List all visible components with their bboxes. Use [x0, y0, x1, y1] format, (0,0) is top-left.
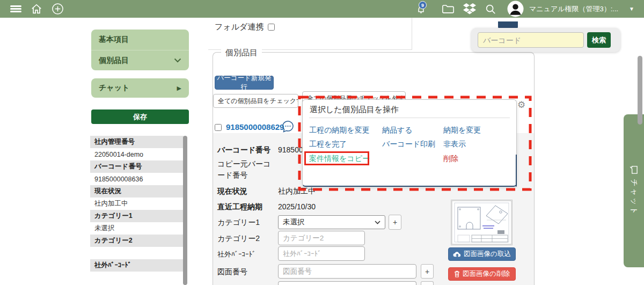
info-label: カテゴリー1 — [90, 210, 184, 222]
barcode-search-button[interactable]: 検索 — [587, 32, 611, 48]
delete-drawing-label: 図面画像の削除 — [463, 269, 510, 279]
popup-border-accent — [516, 155, 517, 187]
dropbox-icon[interactable] — [462, 0, 478, 18]
barcode-search-box: 検索 — [471, 28, 620, 52]
due-date-value: 2025/10/30 — [278, 202, 316, 211]
chat-side-tab-label: チャット — [629, 179, 639, 216]
sidebar-item-basic-label: 基本項目 — [99, 35, 129, 45]
popup-link-deliver[interactable]: 納品する — [382, 126, 413, 135]
folder-icon[interactable] — [440, 0, 456, 18]
info-value: 22050014-demo — [90, 148, 184, 160]
cloud-upload-icon — [453, 251, 461, 258]
external-barcode-input[interactable] — [278, 246, 365, 261]
app-window: 9 マニュアル権限（管理3）:... ▼ 基本項目 個別品目 チャット ▶ 保 — [0, 0, 644, 285]
avatar[interactable] — [506, 0, 524, 18]
sidebar-item-individual[interactable]: 個別品目 — [91, 50, 189, 70]
user-menu[interactable]: マニュアル権限（管理3）:... — [529, 0, 626, 18]
category2-label: カテゴリー2 — [217, 234, 260, 244]
info-label: 現在状況 — [90, 185, 184, 198]
popup-divider — [309, 118, 510, 118]
info-label: バーコード番号 — [90, 160, 184, 173]
delete-drawing-button[interactable]: 図面画像の削除 — [448, 267, 516, 281]
info-value: 未選択 — [90, 222, 184, 235]
item-actions-popup: 選択した個別品目を操作 工程の納期を変更 納品する 納期を変更 工程を完了 バー… — [302, 99, 517, 187]
category1-select[interactable]: 未選択 — [278, 215, 385, 229]
sidebar-item-individual-label: 個別品目 — [99, 56, 174, 65]
next-row-add-partial[interactable] — [421, 281, 434, 285]
category1-selected-value: 未選択 — [283, 217, 375, 227]
drawing-image-thumbnail[interactable] — [451, 200, 513, 245]
barcode-number-label: バーコード番号 — [217, 145, 270, 155]
hamburger-menu-icon[interactable] — [9, 0, 23, 18]
chat-side-tab[interactable]: チャット — [624, 114, 644, 267]
section-title: 個別品目 — [221, 48, 262, 58]
category1-add-button[interactable]: + — [389, 215, 401, 230]
home-icon[interactable] — [29, 0, 44, 18]
gear-icon[interactable]: ⚙ — [517, 99, 525, 111]
notification-count-badge: 9 — [419, 1, 427, 9]
category1-label: カテゴリー1 — [217, 218, 260, 228]
user-label: マニュアル権限（管理3）:... — [529, 4, 618, 14]
external-barcode-label: 社外ﾊﾞｰｺｰﾄﾞ — [217, 250, 256, 259]
popup-link-delete[interactable]: 削除 — [443, 154, 458, 164]
status-label: 現在状況 — [217, 187, 247, 196]
info-label: 社内管理番号 — [90, 136, 184, 148]
trash-icon — [454, 271, 460, 277]
popup-link-print-barcode[interactable]: バーコード印刷 — [382, 140, 435, 149]
sidebar-list-scrollbar[interactable] — [183, 136, 187, 285]
sidebar-item-basic[interactable]: 基本項目 — [91, 30, 189, 50]
chevron-right-icon: ▶ — [177, 85, 181, 92]
info-value — [90, 272, 184, 284]
new-barcode-button[interactable]: バーコード新規発行 — [215, 76, 274, 90]
folder-link-label: フォルダ連携 — [215, 22, 264, 32]
user-menu-caret-icon[interactable]: ▼ — [626, 0, 638, 18]
next-row-input-partial[interactable] — [278, 281, 416, 285]
chat-bubble-outline-icon — [630, 165, 638, 174]
upload-drawing-label: 図面画像の取込 — [464, 250, 511, 259]
chevron-down-icon — [174, 58, 181, 63]
popup-title: 選択した個別品目を操作 — [310, 105, 399, 115]
drawing-number-add-button[interactable]: + — [421, 264, 434, 279]
popup-link-hide[interactable]: 非表示 — [443, 140, 466, 149]
info-label: カテゴリー2 — [90, 235, 184, 247]
barcode-search-input[interactable] — [478, 32, 584, 48]
upload-drawing-button[interactable]: 図面画像の取込 — [448, 247, 516, 261]
info-value: 9185000008636 — [90, 173, 184, 185]
popup-link-change-due[interactable]: 納期を変更 — [443, 126, 481, 135]
drawing-number-label: 図面番号 — [217, 267, 247, 277]
add-icon[interactable] — [50, 0, 65, 18]
sidebar-item-chat[interactable]: チャット ▶ — [91, 78, 189, 98]
select-chevron-icon — [375, 221, 380, 224]
notifications-bell-icon[interactable]: 9 — [413, 0, 428, 18]
info-label: 社外ﾊﾞｰｺｰﾄﾞ — [90, 259, 184, 272]
sidebar-item-chat-label: チャット — [99, 83, 177, 93]
window-scrollbar[interactable] — [638, 56, 642, 125]
drawing-number-input[interactable] — [278, 264, 416, 279]
due-date-label: 直近工程納期 — [217, 202, 262, 212]
sidebar-nav-group: 基本項目 個別品目 — [91, 30, 189, 70]
chat-bubble-icon[interactable] — [281, 120, 295, 133]
popup-link-copy-case-info[interactable]: 案件情報をコピー — [309, 154, 370, 164]
copy-source-barcode-label: コピー元バーコード番号 — [217, 158, 277, 181]
status-value: 社内加工中 — [278, 187, 316, 196]
top-navbar: 9 マニュアル権限（管理3）:... ▼ — [0, 0, 644, 18]
item-number-link[interactable]: 9185000008629 — [226, 122, 284, 131]
search-icon[interactable] — [482, 0, 499, 18]
popup-link-complete-process[interactable]: 工程を完了 — [309, 140, 347, 149]
check-all-button[interactable]: 全ての個別品目をチェックする — [213, 94, 298, 108]
category2-input[interactable] — [278, 231, 365, 245]
save-button[interactable]: 保存 — [91, 109, 189, 124]
folder-link-checkbox[interactable] — [268, 24, 275, 31]
info-value: 社内加工中 — [90, 198, 184, 210]
sidebar-info-list: 社内管理番号 22050014-demo バーコード番号 91850000086… — [90, 136, 187, 284]
item-checkbox[interactable] — [215, 124, 222, 131]
info-value — [90, 247, 184, 259]
popup-link-change-process-due[interactable]: 工程の納期を変更 — [309, 126, 370, 135]
